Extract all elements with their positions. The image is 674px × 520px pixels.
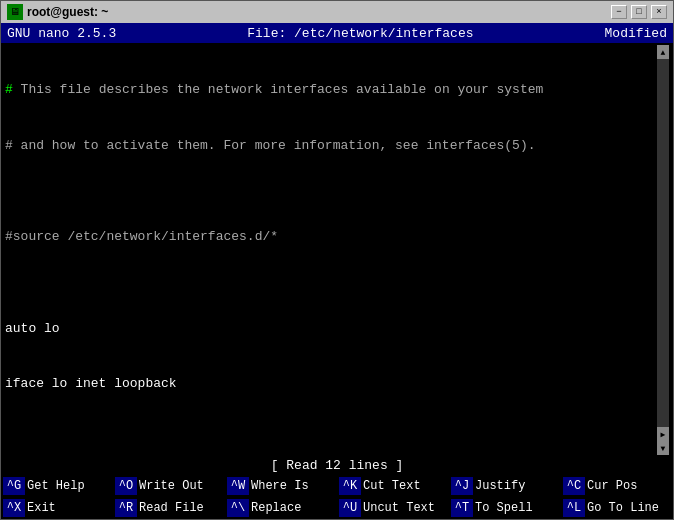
title-bar-text: root@guest: ~ xyxy=(27,5,108,19)
shortcut-go-to-line[interactable]: ^L Go To Line xyxy=(561,497,673,519)
shortcut-label-exit: Exit xyxy=(27,501,56,515)
shortcut-replace[interactable]: ^\ Replace xyxy=(225,497,337,519)
shortcut-label-where-is: Where Is xyxy=(251,479,309,493)
shortcut-key-uncut-text: ^U xyxy=(339,499,361,517)
editor-line: iface lo inet loopback xyxy=(5,375,657,394)
shortcut-key-get-help: ^G xyxy=(3,477,25,495)
shortcut-cur-pos[interactable]: ^C Cur Pos xyxy=(561,475,673,497)
editor-line: # and how to activate them. For more inf… xyxy=(5,137,657,156)
nano-filename: File: /etc/network/interfaces xyxy=(247,26,473,41)
line-marker: # xyxy=(5,82,13,97)
shortcut-label-replace: Replace xyxy=(251,501,301,515)
shortcut-key-where-is: ^W xyxy=(227,477,249,495)
shortcut-write-out[interactable]: ^O Write Out xyxy=(113,475,225,497)
editor-line: auto lo xyxy=(5,320,657,339)
shortcut-label-get-help: Get Help xyxy=(27,479,85,493)
shortcuts-area: ^G Get Help ^O Write Out ^W Where Is ^K … xyxy=(1,475,673,519)
shortcut-to-spell[interactable]: ^T To Spell xyxy=(449,497,561,519)
shortcut-label-justify: Justify xyxy=(475,479,525,493)
status-bar: [ Read 12 lines ] xyxy=(1,457,673,475)
shortcut-cut-text[interactable]: ^K Cut Text xyxy=(337,475,449,497)
shortcut-key-exit: ^X xyxy=(3,499,25,517)
shortcut-label-uncut-text: Uncut Text xyxy=(363,501,435,515)
line-text: # and how to activate them. For more inf… xyxy=(5,137,536,156)
scrollbar-track xyxy=(657,59,669,427)
shortcut-key-replace: ^\ xyxy=(227,499,249,517)
shortcut-key-to-spell: ^T xyxy=(451,499,473,517)
shortcut-key-go-to-line: ^L xyxy=(563,499,585,517)
maximize-button[interactable]: □ xyxy=(631,5,647,19)
shortcut-exit[interactable]: ^X Exit xyxy=(1,497,113,519)
editor-content[interactable]: # This file describes the network interf… xyxy=(5,45,657,455)
shortcut-where-is[interactable]: ^W Where Is xyxy=(225,475,337,497)
line-text: iface lo inet loopback xyxy=(5,375,177,394)
editor-line: # This file describes the network interf… xyxy=(5,81,657,100)
minimize-button[interactable]: − xyxy=(611,5,627,19)
shortcut-read-file[interactable]: ^R Read File xyxy=(113,497,225,519)
shortcuts-row-2: ^X Exit ^R Read File ^\ Replace ^U Uncut… xyxy=(1,497,673,519)
title-bar-left: 🖥 root@guest: ~ xyxy=(7,4,108,20)
scrollbar[interactable]: ▲ ▶ ▼ xyxy=(657,45,669,455)
line-text: #source /etc/network/interfaces.d/* xyxy=(5,228,278,247)
shortcut-key-justify: ^J xyxy=(451,477,473,495)
shortcut-label-cut-text: Cut Text xyxy=(363,479,421,493)
title-bar-controls: − □ × xyxy=(611,5,667,19)
close-button[interactable]: × xyxy=(651,5,667,19)
status-text: [ Read 12 lines ] xyxy=(271,458,404,473)
main-window: 🖥 root@guest: ~ − □ × GNU nano 2.5.3 Fil… xyxy=(0,0,674,520)
shortcut-label-read-file: Read File xyxy=(139,501,204,515)
shortcut-uncut-text[interactable]: ^U Uncut Text xyxy=(337,497,449,519)
scroll-down-button[interactable]: ▼ xyxy=(657,441,669,455)
shortcut-justify[interactable]: ^J Justify xyxy=(449,475,561,497)
shortcut-key-cut-text: ^K xyxy=(339,477,361,495)
editor-line: #source /etc/network/interfaces.d/* xyxy=(5,228,657,247)
nano-header: GNU nano 2.5.3 File: /etc/network/interf… xyxy=(1,23,673,43)
shortcut-label-cur-pos: Cur Pos xyxy=(587,479,637,493)
shortcut-label-to-spell: To Spell xyxy=(475,501,533,515)
scroll-right-button[interactable]: ▶ xyxy=(657,427,669,441)
title-bar: 🖥 root@guest: ~ − □ × xyxy=(1,1,673,23)
line-text: # This file describes the network interf… xyxy=(5,81,543,100)
shortcut-key-read-file: ^R xyxy=(115,499,137,517)
nano-version: GNU nano 2.5.3 xyxy=(7,26,116,41)
shortcut-label-write-out: Write Out xyxy=(139,479,204,493)
shortcut-label-go-to-line: Go To Line xyxy=(587,501,659,515)
line-text: auto lo xyxy=(5,320,60,339)
terminal-icon: 🖥 xyxy=(7,4,23,20)
shortcuts-row-1: ^G Get Help ^O Write Out ^W Where Is ^K … xyxy=(1,475,673,497)
scroll-up-button[interactable]: ▲ xyxy=(657,45,669,59)
nano-modified: Modified xyxy=(605,26,667,41)
shortcut-key-write-out: ^O xyxy=(115,477,137,495)
editor-area[interactable]: # This file describes the network interf… xyxy=(1,43,673,457)
shortcut-get-help[interactable]: ^G Get Help xyxy=(1,475,113,497)
shortcut-key-cur-pos: ^C xyxy=(563,477,585,495)
